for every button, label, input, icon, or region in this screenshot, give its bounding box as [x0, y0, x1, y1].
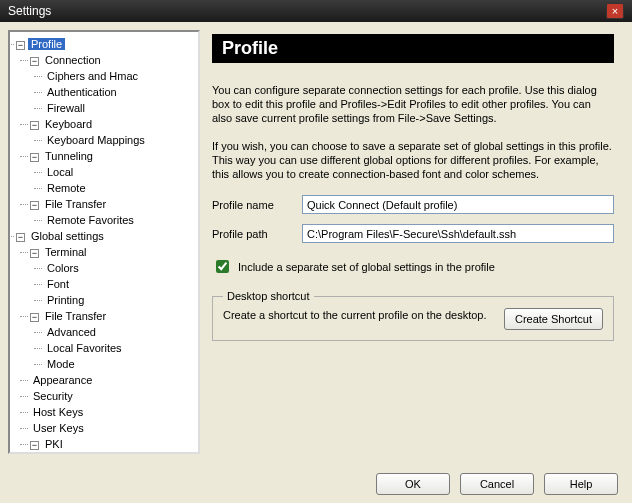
- include-globals-label: Include a separate set of global setting…: [238, 261, 495, 273]
- tree-panel[interactable]: −Profile −Connection Ciphers and Hmac Au…: [8, 30, 200, 454]
- collapse-icon[interactable]: −: [30, 313, 39, 322]
- tree-tunneling[interactable]: −Tunneling Local Remote: [30, 148, 196, 196]
- tree-userkeys[interactable]: User Keys: [30, 420, 196, 436]
- intro-paragraph-2: If you wish, you can choose to save a se…: [212, 139, 614, 181]
- tree-hostkeys[interactable]: Host Keys: [30, 404, 196, 420]
- include-globals-checkbox[interactable]: [216, 260, 229, 273]
- tree-firewall[interactable]: Firewall: [44, 100, 196, 116]
- tree-remotefav[interactable]: Remote Favorites: [44, 212, 196, 228]
- collapse-icon[interactable]: −: [30, 441, 39, 450]
- tree-advanced[interactable]: Advanced: [44, 324, 196, 340]
- profile-path-input[interactable]: [302, 224, 614, 243]
- collapse-icon[interactable]: −: [30, 153, 39, 162]
- tree-pki[interactable]: −PKI Certificates: [30, 436, 196, 454]
- tree-keyboard[interactable]: −Keyboard Keyboard Mappings: [30, 116, 196, 148]
- intro-paragraph-1: You can configure separate connection se…: [212, 83, 614, 125]
- tree-connection[interactable]: −Connection Ciphers and Hmac Authenticat…: [30, 52, 196, 116]
- close-icon[interactable]: ×: [606, 3, 624, 19]
- collapse-icon[interactable]: −: [30, 201, 39, 210]
- tree-appearance[interactable]: Appearance: [30, 372, 196, 388]
- tree-keymap[interactable]: Keyboard Mappings: [44, 132, 196, 148]
- tree-localfav[interactable]: Local Favorites: [44, 340, 196, 356]
- content-panel: Profile You can configure separate conne…: [208, 30, 624, 454]
- tree-auth[interactable]: Authentication: [44, 84, 196, 100]
- profile-name-label: Profile name: [212, 199, 302, 211]
- collapse-icon[interactable]: −: [30, 249, 39, 258]
- tree-font[interactable]: Font: [44, 276, 196, 292]
- window-title: Settings: [8, 0, 51, 22]
- collapse-icon[interactable]: −: [30, 57, 39, 66]
- desktop-shortcut-text: Create a shortcut to the current profile…: [223, 308, 494, 322]
- tree-ciphers[interactable]: Ciphers and Hmac: [44, 68, 196, 84]
- desktop-shortcut-legend: Desktop shortcut: [223, 290, 314, 302]
- tree-mode[interactable]: Mode: [44, 356, 196, 372]
- tree-certs[interactable]: Certificates: [44, 452, 196, 454]
- tree-printing[interactable]: Printing: [44, 292, 196, 308]
- help-button[interactable]: Help: [544, 473, 618, 495]
- tree-global[interactable]: −Global settings −Terminal Colors Font P…: [16, 228, 196, 454]
- profile-path-label: Profile path: [212, 228, 302, 240]
- title-bar: Settings ×: [0, 0, 632, 22]
- collapse-icon[interactable]: −: [16, 233, 25, 242]
- panel-heading: Profile: [212, 34, 614, 63]
- desktop-shortcut-group: Desktop shortcut Create a shortcut to th…: [212, 290, 614, 341]
- cancel-button[interactable]: Cancel: [460, 473, 534, 495]
- tree-local[interactable]: Local: [44, 164, 196, 180]
- profile-name-input[interactable]: [302, 195, 614, 214]
- ok-button[interactable]: OK: [376, 473, 450, 495]
- tree-profile[interactable]: −Profile −Connection Ciphers and Hmac Au…: [16, 36, 196, 228]
- tree-terminal[interactable]: −Terminal Colors Font Printing: [30, 244, 196, 308]
- tree-filetransfer2[interactable]: −File Transfer Advanced Local Favorites …: [30, 308, 196, 372]
- collapse-icon[interactable]: −: [16, 41, 25, 50]
- tree-filetransfer[interactable]: −File Transfer Remote Favorites: [30, 196, 196, 228]
- dialog-button-bar: OK Cancel Help: [376, 473, 618, 495]
- collapse-icon[interactable]: −: [30, 121, 39, 130]
- create-shortcut-button[interactable]: Create Shortcut: [504, 308, 603, 330]
- tree-remote[interactable]: Remote: [44, 180, 196, 196]
- tree-colors[interactable]: Colors: [44, 260, 196, 276]
- tree-security[interactable]: Security: [30, 388, 196, 404]
